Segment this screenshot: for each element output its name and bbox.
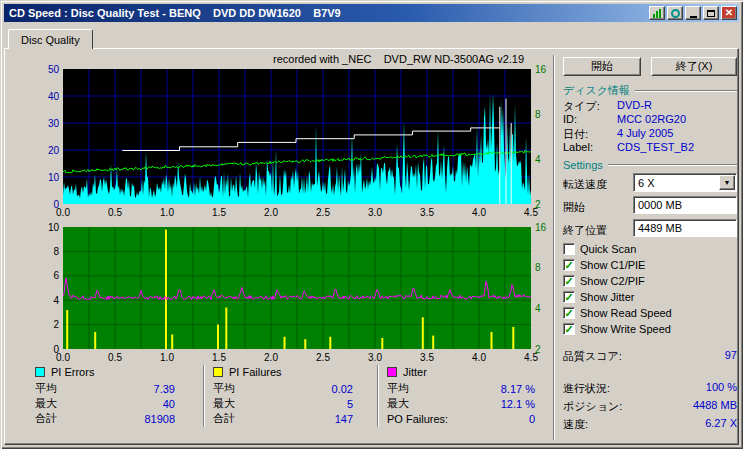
checkbox-label: Show Jitter [580, 291, 634, 303]
disc-quality-page: recorded with _NEC DVD_RW ND-3500AG v2.1… [4, 48, 739, 445]
disc-type-value: DVD-R [617, 99, 652, 114]
svg-text:4: 4 [535, 303, 541, 314]
svg-text:4: 4 [535, 154, 541, 165]
disc-date-label: 日付: [563, 127, 617, 142]
svg-text:4: 4 [53, 295, 59, 306]
titlebar: CD Speed : Disc Quality Test - BENQ DVD … [4, 4, 739, 22]
stat-label: 平均 [213, 381, 235, 396]
svg-text:4.5: 4.5 [524, 207, 538, 218]
stat-label: 最大 [213, 396, 235, 411]
disc-icon-button[interactable] [667, 6, 683, 20]
tab-label: Disc Quality [21, 34, 80, 46]
pi-errors-chart: 01020304050168420.00.51.01.52.02.53.03.5… [35, 61, 547, 219]
close-button[interactable]: ✕ [721, 6, 737, 20]
pi-errors-swatch [35, 367, 45, 377]
checkbox-label: Quick Scan [580, 243, 636, 255]
exit-button[interactable]: 終了(X) [651, 57, 737, 76]
stat-label: 合計 [35, 411, 57, 426]
stat-value: 7.39 [154, 383, 175, 395]
maximize-button[interactable] [703, 6, 719, 20]
checkbox-label: Show C1/PIE [580, 259, 645, 271]
end-position-label: 終了位置 [563, 223, 607, 238]
check-icon: ✓ [564, 292, 573, 303]
speed-status-label: 速度: [563, 417, 588, 432]
svg-text:50: 50 [48, 64, 60, 75]
svg-text:3.0: 3.0 [368, 352, 382, 363]
check-icon: ✓ [564, 324, 573, 335]
stat-label: 平均 [387, 381, 409, 396]
pi-failures-swatch [213, 367, 223, 377]
bar-chart-icon-button[interactable] [649, 6, 665, 20]
disc-id-label: ID: [563, 113, 617, 125]
exit-button-label: 終了(X) [676, 59, 713, 74]
checkbox-box: ✓ [563, 291, 575, 303]
checkbox-show-write-speed[interactable]: ✓ Show Write Speed [563, 323, 671, 335]
disc-id-row: ID: MCC 02RG20 [563, 113, 737, 125]
app-window: CD Speed : Disc Quality Test - BENQ DVD … [0, 0, 743, 449]
disc-type-label: タイプ: [563, 99, 617, 114]
start-button-label: 開始 [591, 59, 613, 74]
chevron-down-icon[interactable]: ▼ [719, 175, 735, 190]
svg-text:2.5: 2.5 [316, 352, 330, 363]
checkbox-label: Show Write Speed [580, 323, 671, 335]
stat-label: 合計 [213, 411, 235, 426]
close-icon: ✕ [725, 8, 733, 18]
svg-text:3.0: 3.0 [368, 207, 382, 218]
end-position-input[interactable]: 4489 MB [633, 219, 737, 237]
start-position-input[interactable]: 0000 MB [633, 196, 737, 214]
checkbox-show-read-speed[interactable]: ✓ Show Read Speed [563, 307, 672, 319]
checkbox-show-c2-pif[interactable]: ✓ Show C2/PIF [563, 275, 645, 287]
disc-type-row: タイプ: DVD-R [563, 99, 737, 114]
stats-separator [203, 365, 205, 427]
checkbox-show-c1-pie[interactable]: ✓ Show C1/PIE [563, 259, 645, 271]
check-icon: ✓ [564, 308, 573, 319]
stat-row: 最大 12.1 % [387, 396, 535, 411]
start-button[interactable]: 開始 [563, 57, 641, 76]
stat-value: 8.17 % [501, 383, 535, 395]
svg-text:4.0: 4.0 [472, 352, 486, 363]
disc-info-header: ディスク情報 [563, 83, 737, 98]
svg-text:0.5: 0.5 [108, 207, 122, 218]
maximize-icon [707, 10, 715, 17]
quality-score-row: 品質スコア: 97 [563, 349, 737, 364]
stat-row: 平均 7.39 [35, 381, 175, 396]
checkbox-label: Show C2/PIF [580, 275, 645, 287]
stat-label: 平均 [35, 381, 57, 396]
checkbox-box [563, 243, 575, 255]
svg-text:4.5: 4.5 [524, 352, 538, 363]
speed-select[interactable]: 6 X ▼ [633, 173, 737, 192]
svg-text:3.5: 3.5 [420, 352, 434, 363]
svg-text:0.0: 0.0 [56, 207, 70, 218]
position-value: 4488 MB [693, 399, 737, 414]
checkbox-quick-scan[interactable]: Quick Scan [563, 243, 636, 255]
disc-id-value: MCC 02RG20 [617, 113, 686, 125]
titlebar-buttons: ✕ [649, 6, 737, 20]
svg-text:1.0: 1.0 [160, 352, 174, 363]
stat-row: 平均 0.02 [213, 381, 353, 396]
stat-label: PO Failures: [387, 413, 448, 425]
disc-info-header-label: ディスク情報 [563, 83, 630, 98]
svg-text:8: 8 [535, 262, 541, 273]
stat-value: 0.02 [332, 383, 353, 395]
stat-value: 40 [163, 398, 175, 410]
stat-value: 12.1 % [501, 398, 535, 410]
minimize-button[interactable] [685, 6, 701, 20]
start-position-label: 開始 [563, 200, 585, 215]
minimize-icon [690, 16, 697, 18]
tab-disc-quality[interactable]: Disc Quality [8, 29, 93, 49]
stat-row: 合計 147 [213, 411, 353, 426]
disc-icon [671, 9, 680, 18]
jitter-legend: Jitter [387, 365, 535, 379]
stat-label: 最大 [387, 396, 409, 411]
speed-status-value: 6.27 X [705, 417, 737, 432]
disc-date-row: 日付: 4 July 2005 [563, 127, 737, 142]
svg-text:2.0: 2.0 [264, 207, 278, 218]
legend-label: PI Failures [229, 366, 282, 378]
svg-text:8: 8 [535, 109, 541, 120]
pi-errors-stats: PI Errors 平均 7.39 最大 40 合計 81908 [35, 365, 175, 426]
stat-row: 最大 40 [35, 396, 175, 411]
svg-text:1.5: 1.5 [212, 207, 226, 218]
checkbox-show-jitter[interactable]: ✓ Show Jitter [563, 291, 634, 303]
svg-text:2.5: 2.5 [316, 207, 330, 218]
svg-text:2: 2 [53, 319, 59, 330]
